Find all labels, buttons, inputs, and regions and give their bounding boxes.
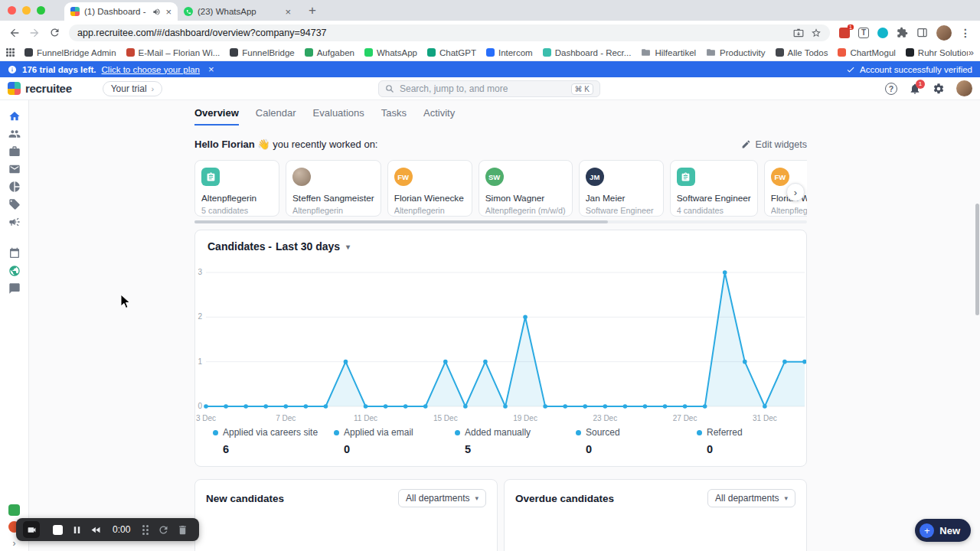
candidate-avatar xyxy=(292,168,311,186)
forward-icon[interactable] xyxy=(24,23,44,43)
sidebar-item-chat[interactable] xyxy=(5,279,24,297)
browser-tab-dashboard[interactable]: (1) Dashboard - Recruitee × xyxy=(64,2,178,21)
close-window-button[interactable] xyxy=(8,6,16,15)
bookmark-label: FunnelBridge Admin xyxy=(37,48,116,57)
dashboard-main: OverviewCalendarEvaluationsTasksActivity… xyxy=(29,100,980,551)
extensions-puzzle-icon[interactable] xyxy=(897,27,908,38)
choose-plan-link[interactable]: Click to choose your plan xyxy=(102,65,200,74)
extension-icon-t[interactable]: T xyxy=(858,28,869,38)
page-scrollbar-thumb[interactable] xyxy=(975,204,979,315)
legend-dot xyxy=(213,430,218,435)
camera-icon[interactable] xyxy=(23,521,40,538)
tab-overview[interactable]: Overview xyxy=(194,107,239,126)
minimize-window-button[interactable] xyxy=(22,6,31,15)
cards-scrollbar-thumb[interactable] xyxy=(194,220,608,223)
cards-scrollbar[interactable] xyxy=(194,220,807,223)
recruitee-logo-icon[interactable] xyxy=(8,82,21,95)
bookmark-item[interactable]: Productivity xyxy=(701,46,769,59)
sidebar-item-calendar[interactable] xyxy=(5,244,24,262)
recent-card[interactable]: Steffen SangmeisterAltenpflegerin xyxy=(286,160,381,217)
bookmark-item[interactable]: ChatGPT xyxy=(423,46,481,59)
back-icon[interactable] xyxy=(5,23,24,43)
close-tab-icon[interactable]: × xyxy=(165,7,172,17)
edit-widgets-button[interactable]: Edit widgets xyxy=(741,139,807,150)
bookmark-star-icon[interactable] xyxy=(811,28,822,38)
new-button[interactable]: + New xyxy=(915,519,971,542)
reload-icon[interactable] xyxy=(44,23,64,43)
global-search[interactable]: ⌘ K xyxy=(378,80,600,97)
recent-card[interactable]: FWFlorian WieneckeAltenpflegerin xyxy=(387,160,472,217)
user-avatar[interactable] xyxy=(956,80,972,96)
trial-banner[interactable]: 176 trial days left. Click to choose you… xyxy=(0,61,980,77)
legend-item[interactable]: Added manually5 xyxy=(455,427,576,455)
recent-card[interactable]: SWSimon WagnerAltenpflegerin (m/w/d) xyxy=(479,160,573,217)
sidebar-item-candidates[interactable] xyxy=(5,125,24,142)
tab-calendar[interactable]: Calendar xyxy=(256,107,296,126)
sidebar-item-campaigns[interactable] xyxy=(5,213,24,230)
bookmark-item[interactable]: Dashboard - Recr... xyxy=(538,46,636,59)
card-title: Overdue candidates xyxy=(515,493,614,504)
bookmark-item[interactable]: Hilfeartikel xyxy=(636,46,701,59)
app-icon-green[interactable] xyxy=(8,504,20,516)
greeting-text: Hello Florian 👋 you recently worked on: xyxy=(194,139,377,150)
settings-gear-icon[interactable] xyxy=(933,83,945,95)
restart-recording-icon[interactable] xyxy=(158,524,169,536)
help-icon[interactable]: ? xyxy=(885,83,897,95)
departments-filter-select[interactable]: All departments ▾ xyxy=(398,489,486,507)
breadcrumb[interactable]: Your trial › xyxy=(103,81,163,96)
svg-text:31 Dec: 31 Dec xyxy=(753,414,777,422)
legend-item[interactable]: Applied via email0 xyxy=(334,427,455,455)
legend-item[interactable]: Referred0 xyxy=(697,427,743,455)
departments-filter-select[interactable]: All departments ▾ xyxy=(707,489,795,507)
recruitee-logo-text[interactable]: recruitee xyxy=(25,82,72,95)
sidebar-item-talent-pool[interactable] xyxy=(5,195,24,213)
tab-evaluations[interactable]: Evaluations xyxy=(313,107,364,126)
legend-item[interactable]: Sourced0 xyxy=(576,427,697,455)
new-tab-button[interactable]: + xyxy=(303,2,322,20)
recent-card[interactable]: Software Engineer4 candidates xyxy=(670,160,758,217)
banner-close-icon[interactable]: × xyxy=(208,64,214,75)
apps-grid-icon[interactable] xyxy=(6,48,15,57)
bookmark-item[interactable]: Aufgaben xyxy=(300,46,359,59)
bookmarks-overflow-icon[interactable]: » xyxy=(969,47,974,58)
extension-icon-teal[interactable] xyxy=(877,28,888,38)
sidebar-item-dashboard[interactable] xyxy=(5,107,24,125)
pause-recording-icon[interactable] xyxy=(71,524,83,536)
recent-card[interactable]: Altenpflegerin5 candidates xyxy=(194,160,279,217)
close-tab-icon[interactable]: × xyxy=(285,7,291,17)
address-bar[interactable]: app.recruitee.com/#/dashboard/overview?c… xyxy=(69,24,830,41)
search-input[interactable] xyxy=(400,83,566,94)
bookmark-item[interactable]: E-Mail – Florian Wi... xyxy=(122,46,225,59)
bookmark-item[interactable]: FunnelBridge Admin xyxy=(20,46,121,59)
sidebar-item-careers-site[interactable] xyxy=(5,262,24,279)
bookmark-item[interactable]: WhatsApp xyxy=(360,46,422,59)
bookmark-item[interactable]: ChartMogul xyxy=(833,46,900,59)
stop-recording-button[interactable] xyxy=(53,525,63,535)
tab-activity[interactable]: Activity xyxy=(423,107,455,126)
browser-profile-avatar[interactable] xyxy=(936,25,952,41)
bookmark-item[interactable]: Intercom xyxy=(482,46,537,59)
legend-item[interactable]: Applied via careers site6 xyxy=(213,427,334,455)
rewind-icon[interactable] xyxy=(90,524,102,536)
notifications-bell-icon[interactable]: 1 xyxy=(909,83,921,95)
tab-tasks[interactable]: Tasks xyxy=(381,107,407,126)
chart-period-dropdown[interactable]: Candidates - Last 30 days ▾ xyxy=(195,230,806,256)
drag-handle-icon[interactable] xyxy=(142,525,149,535)
zoom-window-button[interactable] xyxy=(37,6,45,15)
cards-next-button[interactable]: › xyxy=(786,183,805,201)
tab-audio-icon[interactable] xyxy=(152,8,161,16)
sidebar-item-jobs[interactable] xyxy=(5,142,24,160)
side-panel-icon[interactable] xyxy=(916,27,928,38)
sidebar-expand-chevron-icon[interactable]: › xyxy=(13,538,16,549)
browser-tab-whatsapp[interactable]: (23) WhatsApp × xyxy=(178,2,297,21)
browser-menu-kebab-icon[interactable]: ⋮ xyxy=(960,27,971,39)
extension-icon-red[interactable]: 1 xyxy=(839,28,850,38)
install-app-icon[interactable] xyxy=(793,28,804,38)
sidebar-item-reports[interactable] xyxy=(5,178,24,195)
recent-card[interactable]: JMJan MeierSoftware Engineer xyxy=(579,160,664,217)
bookmark-item[interactable]: Alle Todos xyxy=(771,46,833,59)
sidebar-item-inbox[interactable] xyxy=(5,160,24,178)
delete-recording-icon[interactable] xyxy=(177,524,188,536)
bookmark-item[interactable]: FunnelBridge xyxy=(225,46,299,59)
bookmark-item[interactable]: Ruhr Solutions Unt... xyxy=(901,46,968,59)
